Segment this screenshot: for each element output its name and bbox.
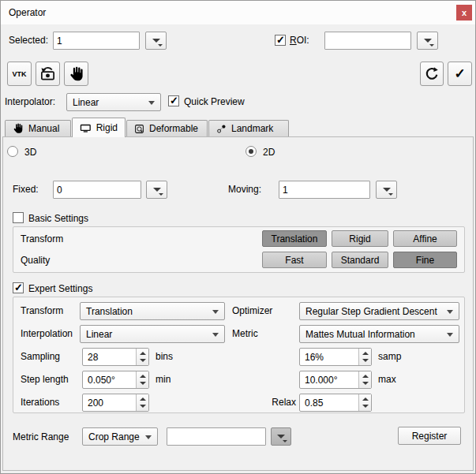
tab-label: Landmark [231,123,273,134]
operator-window: Operator x Selected: ROI: VTK ✓ [0,0,476,474]
tab-label: Manual [28,123,59,134]
selected-label: Selected: [9,35,48,46]
check-icon: ✓ [454,67,465,80]
max-label: max [378,374,396,385]
deformable-grid-icon [134,124,144,134]
fixed-dropdown-button[interactable] [146,181,167,199]
iterations-label: Iterations [21,397,59,408]
moving-dropdown-button[interactable] [376,181,397,199]
dropdown-arrow-icon [424,39,432,43]
moving-label: Moving: [228,184,261,195]
range-input[interactable] [167,427,266,446]
camera-rotate-icon [39,65,56,82]
tab-deformable[interactable]: Deformable [126,120,208,136]
moving-input[interactable] [279,181,370,199]
vtk-button[interactable]: VTK [7,62,32,86]
roi-dropdown-button[interactable] [417,32,438,50]
dropdown-arrow-icon [153,188,161,192]
dropdown-arrow-icon [159,193,163,196]
sampling-percent-spinbox[interactable]: 16% [299,348,372,366]
quick-preview-checkbox[interactable] [168,95,179,106]
spinner-arrows-icon[interactable] [136,371,148,388]
radio-3d[interactable] [7,146,18,157]
expert-settings-checkbox[interactable] [13,282,24,293]
monitor-icon [80,122,92,134]
metric-combobox[interactable]: Mattes Mutual Information [299,325,459,343]
spinner-arrows-icon[interactable] [358,371,371,388]
transform-rigid-button[interactable]: Rigid [332,230,388,247]
tab-label: Deformable [149,123,198,134]
step-max-spinbox[interactable]: 10.000° [299,371,372,389]
dropdown-arrow-icon [277,435,285,439]
refresh-icon [424,66,440,82]
transform-affine-button[interactable]: Affine [393,230,457,247]
optimizer-combobox[interactable]: Regular Step Gradient Descent [299,302,459,320]
register-button[interactable]: Register [398,427,461,445]
roi-checkbox[interactable] [275,35,286,46]
close-button[interactable]: x [456,5,472,21]
quality-standard-button[interactable]: Standard [332,252,388,268]
bins-label: bins [156,351,173,362]
tab-landmark[interactable]: Landmark [208,120,289,136]
radio-3d-label: 3D [24,147,36,158]
apply-button[interactable]: ✓ [448,62,472,86]
tab-rigid[interactable]: Rigid [72,118,126,137]
quick-preview-label: Quick Preview [184,96,245,107]
sampling-bins-spinbox[interactable]: 28 [82,348,149,366]
radio-2d-label: 2D [263,147,275,158]
window-title: Operator [9,7,46,18]
sampling-label: Sampling [21,351,60,362]
transform-translation-button[interactable]: Translation [262,230,327,247]
refresh-button[interactable] [420,62,444,86]
hand-icon [13,123,24,134]
reset-camera-button[interactable] [36,62,60,86]
relax-spinbox[interactable]: 0.85 [299,394,372,412]
spinner-arrows-icon[interactable] [358,394,371,411]
step-min-spinbox[interactable]: 0.050° [82,371,149,389]
chevron-down-icon [212,310,219,314]
close-icon: x [462,8,467,17]
expert-interpolation-label: Interpolation [21,328,73,339]
tab-label: Rigid [96,122,118,133]
dropdown-arrow-icon [383,188,391,192]
quality-fast-button[interactable]: Fast [262,252,327,268]
quality-fine-button[interactable]: Fine [393,252,457,268]
dropdown-arrow-icon [158,44,163,47]
spinner-arrows-icon[interactable] [136,394,148,411]
roi-input[interactable] [324,32,411,50]
range-dropdown-button[interactable] [271,427,291,446]
basic-transform-label: Transform [21,233,63,244]
basic-settings-label: Basic Settings [28,213,88,224]
expert-settings-label: Expert Settings [28,283,92,294]
radio-2d[interactable] [245,146,257,157]
basic-quality-label: Quality [21,255,50,266]
expert-interpolation-combobox[interactable]: Linear [80,325,225,343]
chevron-down-icon [212,333,219,337]
metric-range-combobox[interactable]: Crop Range [82,427,158,446]
fixed-input[interactable] [53,181,141,199]
selected-dropdown-button[interactable] [145,32,167,50]
samp-label: samp [378,351,401,362]
landmark-points-icon [216,124,227,134]
dropdown-arrow-icon [388,193,393,196]
min-label: min [156,374,171,385]
dropdown-arrow-icon [283,440,287,442]
expert-transform-combobox[interactable]: Translation [80,302,225,320]
basic-settings-checkbox[interactable] [13,212,24,223]
interpolator-label: Interpolator: [5,96,55,107]
optimizer-label: Optimizer [232,305,272,316]
tab-manual[interactable]: Manual [5,120,71,136]
iterations-spinbox[interactable]: 200 [82,394,149,412]
step-length-label: Step length [21,374,69,385]
hand-icon [69,66,84,82]
interpolator-combobox[interactable]: Linear [66,93,161,111]
spinner-arrows-icon[interactable] [136,349,148,365]
pan-button[interactable] [64,62,88,86]
metric-range-label: Metric Range [13,431,69,442]
chevron-down-icon [148,101,155,105]
fixed-label: Fixed: [13,184,39,195]
selected-input[interactable] [53,32,140,50]
spinner-arrows-icon[interactable] [358,349,371,365]
metric-label: Metric [232,328,258,339]
dropdown-arrow-icon [429,44,434,47]
